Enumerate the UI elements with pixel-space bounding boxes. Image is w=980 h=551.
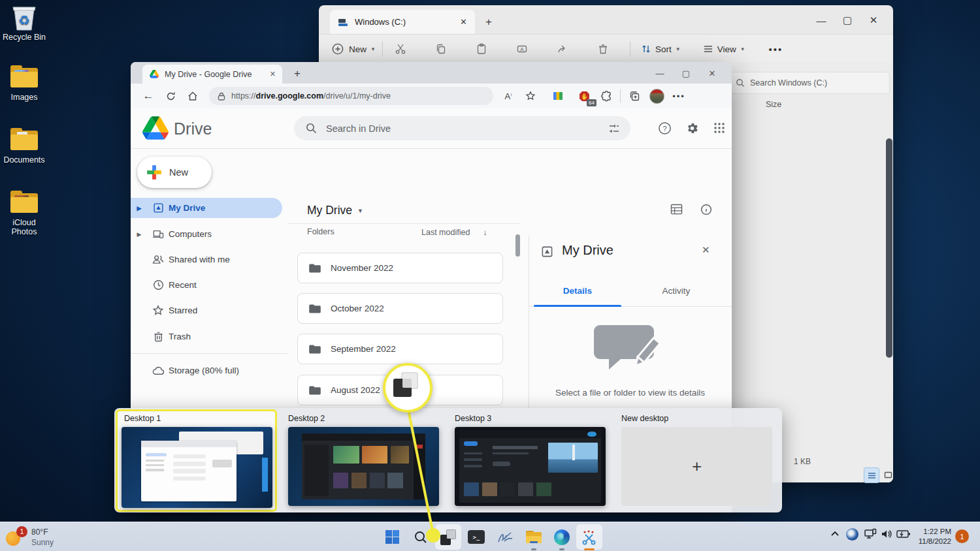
sidebar-item-recent[interactable]: Recent	[131, 275, 282, 295]
explorer-more-icon[interactable]: •••	[769, 44, 783, 55]
explorer-close-icon[interactable]: ✕	[860, 10, 887, 30]
browser-new-tab-icon[interactable]: +	[294, 67, 301, 80]
explorer-search-box[interactable]: Search Windows (C:)	[728, 72, 890, 94]
list-layout-icon[interactable]	[670, 204, 683, 215]
sidebar-item-starred[interactable]: Starred	[131, 300, 282, 321]
home-icon[interactable]	[182, 87, 204, 105]
search-icon	[736, 78, 745, 87]
paste-icon[interactable]	[470, 40, 493, 58]
edge-button[interactable]	[549, 524, 575, 550]
svg-text:♻: ♻	[18, 12, 30, 28]
collections-icon[interactable]	[623, 87, 645, 105]
trash-icon	[148, 331, 169, 342]
tray-app-disc-icon[interactable]	[846, 528, 858, 541]
file-explorer-button[interactable]	[521, 524, 547, 550]
folder-row-october-2022[interactable]: October 2022	[297, 293, 503, 324]
explorer-running-indicator	[531, 548, 536, 550]
favorite-star-icon[interactable]	[519, 87, 542, 105]
thumbnail-view-toggle[interactable]	[881, 467, 895, 482]
expand-arrow-icon[interactable]: ▶	[131, 205, 148, 212]
rename-icon[interactable]: A	[511, 40, 533, 58]
docs-extension-icon[interactable]	[547, 87, 569, 105]
desktop2-label: Desktop 2	[288, 414, 325, 423]
snipping-tool-button[interactable]	[576, 524, 602, 550]
size-column-header[interactable]: Size	[766, 100, 781, 109]
terminal-button[interactable]: >_	[463, 524, 489, 550]
desktop-icon-images[interactable]: Images	[0, 65, 52, 102]
browser-minimize-icon[interactable]: —	[647, 63, 673, 83]
copy-icon[interactable]	[430, 40, 452, 58]
sidebar-item-shared-with-me[interactable]: Shared with me	[131, 249, 282, 270]
share-icon[interactable]	[551, 40, 574, 58]
explorer-minimize-icon[interactable]: —	[808, 10, 834, 30]
address-bar[interactable]: https://drive.google.com/drive/u/1/my-dr…	[209, 87, 493, 105]
ink-pen-button[interactable]	[492, 524, 518, 550]
apps-grid-icon[interactable]	[708, 119, 730, 137]
cut-icon[interactable]	[389, 40, 412, 58]
weather-widget[interactable]: 1 80°F Sunny	[4, 524, 102, 550]
delete-icon[interactable]	[592, 40, 614, 58]
tab-activity[interactable]: Activity	[637, 286, 715, 296]
desktop-icon-icloud-photos[interactable]: iCloud Photos	[0, 191, 52, 236]
sidebar-item-my-drive[interactable]: ▶ My Drive	[131, 198, 282, 218]
lock-icon	[218, 92, 225, 101]
adblock-extension-icon[interactable]: ✋ 64	[573, 87, 595, 105]
browser-tab[interactable]: My Drive - Google Drive ✕	[142, 65, 282, 84]
sort-direction-icon[interactable]: ↓	[483, 227, 487, 237]
browser-maximize-icon[interactable]: ▢	[673, 63, 699, 83]
read-aloud-icon[interactable]: A⁾	[497, 87, 519, 105]
profile-avatar[interactable]	[645, 87, 668, 105]
help-icon[interactable]: ?	[653, 119, 676, 137]
drive-scrollbar[interactable]	[515, 234, 520, 257]
explorer-maximize-icon[interactable]: ▢	[834, 10, 860, 30]
desktop3-thumbnail[interactable]	[455, 427, 606, 506]
start-button[interactable]	[379, 524, 405, 550]
details-view-toggle[interactable]	[864, 467, 879, 483]
explorer-scrollbar[interactable]	[886, 138, 892, 358]
browser-tab-close-icon[interactable]: ✕	[270, 70, 276, 78]
sidebar-item-computers[interactable]: ▶ Computers	[131, 224, 282, 244]
sort-by-header[interactable]: Last modified ↓	[421, 227, 487, 237]
recycle-bin-icon: ♻	[9, 5, 39, 30]
storage-item[interactable]: Storage (80% full)	[131, 360, 282, 381]
desktop-icon-label: Images	[0, 93, 52, 102]
expand-arrow-icon[interactable]: ▶	[131, 231, 148, 238]
images-folder-icon	[9, 65, 39, 90]
search-options-icon[interactable]	[608, 123, 620, 134]
browser-close-icon[interactable]: ✕	[699, 63, 725, 83]
desktop-icon-recycle-bin[interactable]: ♻ Recycle Bin	[0, 5, 52, 42]
refresh-icon[interactable]	[159, 87, 182, 105]
tab-details[interactable]: Details	[538, 286, 617, 296]
back-icon[interactable]: ←	[137, 87, 159, 105]
drive-new-button[interactable]: New	[137, 157, 212, 188]
new-desktop-tile[interactable]: +	[621, 427, 772, 506]
battery-icon[interactable]	[896, 529, 911, 539]
desktop-icon-documents[interactable]: Documents	[0, 128, 52, 165]
drive-breadcrumb[interactable]: My Drive ▼	[307, 204, 363, 217]
desktop3-label: Desktop 3	[455, 414, 491, 423]
view-button[interactable]: View ▼	[703, 44, 745, 54]
task-view-button[interactable]	[435, 524, 461, 550]
desktop2-thumbnail[interactable]	[288, 427, 439, 506]
folder-row-september-2022[interactable]: September 2022	[297, 334, 503, 364]
tray-clock[interactable]: 1:22 PM 11/8/2022	[913, 527, 951, 546]
speaker-icon[interactable]	[881, 529, 892, 539]
explorer-tab[interactable]: Windows (C:) ✕	[330, 10, 475, 34]
sidebar-item-trash[interactable]: Trash	[131, 326, 282, 347]
search-button[interactable]	[408, 524, 434, 550]
desktop1-thumbnail[interactable]	[122, 427, 272, 508]
tray-chevron-icon[interactable]	[830, 529, 840, 539]
explorer-new-tab-icon[interactable]: +	[485, 16, 492, 29]
folder-row-november-2022[interactable]: November 2022	[297, 253, 503, 283]
settings-gear-icon[interactable]	[681, 119, 703, 137]
info-icon[interactable]	[700, 204, 712, 215]
sort-button[interactable]: Sort ▼	[641, 44, 681, 54]
details-panel-close-icon[interactable]: ✕	[702, 244, 710, 256]
explorer-tab-close-icon[interactable]: ✕	[460, 17, 467, 27]
browser-settings-icon[interactable]: •••	[668, 87, 690, 105]
drive-search-bar[interactable]: Search in Drive	[294, 116, 630, 140]
network-icon[interactable]	[864, 528, 877, 541]
explorer-new-button[interactable]: New ▼	[332, 43, 376, 55]
notification-badge[interactable]: 1	[955, 529, 969, 543]
extensions-puzzle-icon[interactable]	[595, 87, 617, 105]
